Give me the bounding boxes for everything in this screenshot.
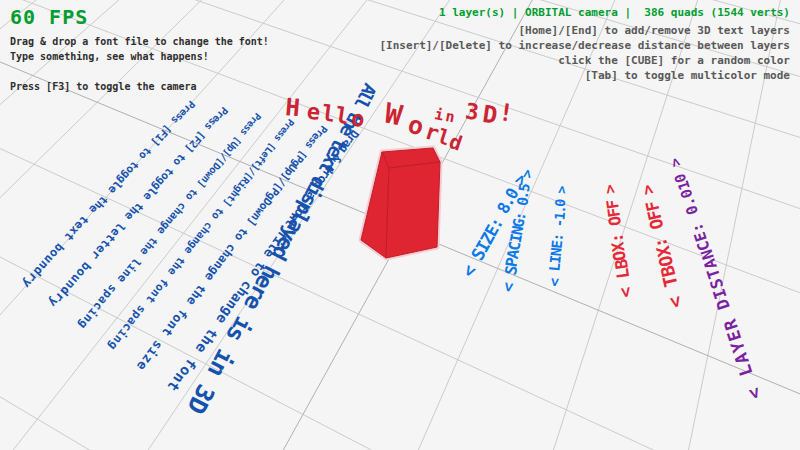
main-text-char: H (284, 93, 301, 122)
hint-layer-distance: [Insert]/[Delete] to increase/decrease d… (379, 40, 790, 52)
hint-cube-color: click the [CUBE] for a random color (558, 55, 790, 67)
status-bar: 1 layer(s) | ORBITAL camera | 386 quads … (439, 7, 790, 19)
hint-type-something: Type something, see what happens! (10, 51, 209, 62)
cube[interactable] (361, 148, 440, 258)
hint-multicolor: [Tab] to toggle multicolor mode (585, 70, 790, 82)
main-text-char: e (306, 99, 322, 125)
3d-viewport[interactable]: Press[F1]totogglethetextboundryPress[F2]… (0, 0, 800, 450)
cube-layer (0, 0, 800, 450)
hint-layers: [Home]/[End] to add/remove 3D text layer… (518, 25, 790, 37)
cube-left-face[interactable] (361, 152, 389, 258)
hint-toggle-camera: Press [F3] to toggle the camera (10, 81, 197, 92)
cube-front-face[interactable] (386, 162, 440, 258)
hint-drop-font: Drag & drop a font file to change the fo… (10, 36, 269, 47)
app-window: Press[F1]totogglethetextboundryPress[F2]… (0, 0, 800, 450)
fps-counter: 60 FPS (10, 6, 88, 28)
